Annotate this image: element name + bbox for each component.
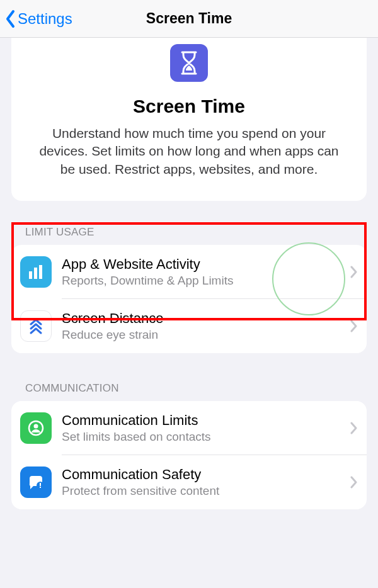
chevron-right-icon (350, 320, 358, 332)
row-subtitle: Reduce eye strain (62, 328, 345, 342)
contact-icon (20, 412, 52, 444)
row-subtitle: Set limits based on contacts (62, 430, 345, 444)
hero-icon-wrap (29, 44, 349, 82)
back-label: Settings (18, 10, 72, 28)
row-title: Communication Limits (62, 412, 345, 429)
hero-title: Screen Time (29, 96, 349, 117)
row-title: App & Website Activity (62, 256, 345, 273)
group-communication: Communication Limits Set limits based on… (11, 401, 367, 509)
hero-description: Understand how much time you spend on yo… (29, 125, 349, 178)
row-subtitle: Reports, Downtime & App Limits (62, 274, 345, 288)
hourglass-icon (170, 44, 208, 82)
chat-alert-icon (20, 466, 52, 498)
row-text: Screen Distance Reduce eye strain (62, 310, 345, 342)
chevron-right-icon (350, 476, 358, 489)
row-text: Communication Safety Protect from sensit… (62, 466, 345, 498)
row-text: App & Website Activity Reports, Downtime… (62, 256, 345, 288)
row-title: Communication Safety (62, 466, 345, 483)
chevron-right-icon (350, 422, 358, 434)
svg-rect-1 (34, 268, 37, 279)
group-limit-usage: App & Website Activity Reports, Downtime… (11, 245, 367, 353)
chevron-left-icon (5, 9, 16, 28)
row-screen-distance[interactable]: Screen Distance Reduce eye strain (11, 299, 367, 353)
svg-rect-0 (29, 271, 32, 279)
nav-bar: Settings Screen Time (0, 0, 378, 38)
row-title: Screen Distance (62, 310, 345, 327)
row-app-website-activity[interactable]: App & Website Activity Reports, Downtime… (11, 245, 367, 299)
section-header-limit-usage: LIMIT USAGE (0, 226, 378, 245)
chevron-right-icon (350, 266, 358, 278)
bar-chart-icon (20, 256, 52, 288)
svg-point-4 (34, 424, 38, 429)
svg-rect-2 (39, 265, 42, 279)
section-header-communication: COMMUNICATION (0, 382, 378, 401)
svg-rect-7 (40, 487, 41, 488)
row-communication-limits[interactable]: Communication Limits Set limits based on… (11, 401, 367, 455)
row-communication-safety[interactable]: Communication Safety Protect from sensit… (11, 455, 367, 509)
svg-rect-6 (40, 483, 41, 486)
chevrons-up-icon (20, 310, 52, 342)
back-button[interactable]: Settings (0, 9, 72, 28)
row-text: Communication Limits Set limits based on… (62, 412, 345, 444)
row-subtitle: Protect from sensitive content (62, 484, 345, 498)
hero-card: Screen Time Understand how much time you… (11, 38, 367, 201)
